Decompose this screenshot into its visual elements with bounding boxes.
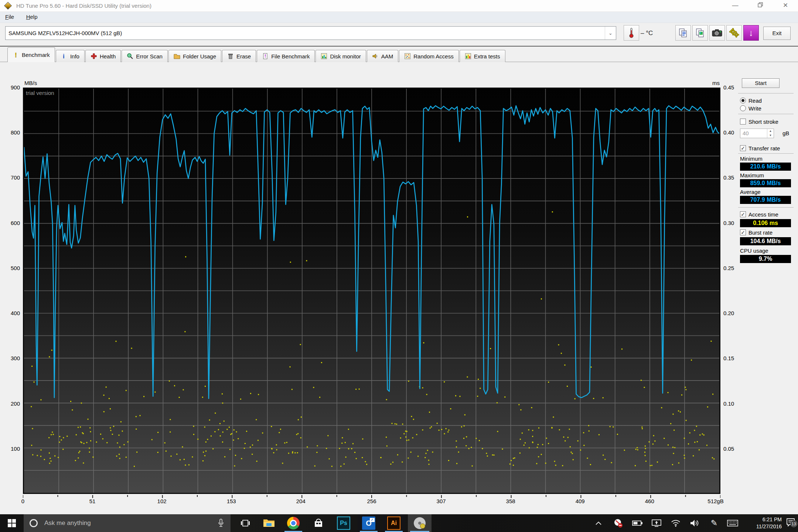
minimum-value: 210.6 MB/s [740, 163, 791, 171]
spinner-arrows[interactable]: ▲▼ [767, 129, 774, 138]
access-time-checkbox[interactable]: ✓ [740, 211, 746, 217]
battery-tray-icon[interactable] [629, 514, 646, 532]
hidden-icons-button[interactable] [590, 514, 607, 532]
read-radio[interactable] [740, 98, 746, 103]
tab-benchmark[interactable]: !Benchmark [7, 47, 55, 62]
short-stroke-size-spinner[interactable]: 40 ▲▼ [740, 129, 774, 138]
toolbar: SAMSUNG MZFLV512HCJH-000MV (512 gB) ⌄ – … [0, 23, 798, 46]
benchmark-exclamation-icon: ! [13, 52, 19, 58]
copy-text-icon [678, 28, 688, 38]
gears-icon [729, 28, 739, 38]
photoshop-button[interactable]: Ps [332, 514, 355, 532]
pen-tray-icon[interactable]: ✎ [706, 514, 723, 532]
magnifier-icon [127, 53, 133, 59]
settings-button[interactable] [726, 25, 742, 41]
illustrator-button[interactable]: Ai [383, 514, 405, 532]
restore-button[interactable] [751, 0, 770, 11]
write-radio[interactable] [740, 105, 746, 111]
y2-tick-label: 0.20 [723, 310, 746, 316]
x-tick-label: 512gB [707, 498, 723, 504]
tab-label: Benchmark [22, 52, 50, 58]
tab-aam[interactable]: AAM [367, 50, 399, 62]
health-cross-icon [91, 53, 97, 59]
copy-image-button[interactable] [692, 25, 708, 41]
action-blocked-tray-icon[interactable] [610, 514, 627, 532]
windows-logo-icon [8, 519, 16, 527]
thermometer-icon [628, 27, 634, 38]
tab-disk-monitor[interactable]: Disk monitor [316, 50, 366, 62]
wifi-tray-icon[interactable] [667, 514, 684, 532]
task-view-button[interactable] [236, 514, 255, 532]
x-tick-label: 358 [506, 498, 515, 504]
tab-erase[interactable]: Erase [222, 50, 256, 62]
bar-chart-icon [321, 53, 327, 59]
clock-date: 11/27/2016 [743, 523, 782, 530]
windows-store-button[interactable] [307, 514, 330, 532]
microphone-icon[interactable] [218, 519, 224, 528]
touch-keyboard-tray-icon[interactable] [723, 514, 742, 532]
tab-error-scan[interactable]: Error Scan [122, 50, 168, 62]
taskbar-clock[interactable]: 6:21 PM 11/27/2016 [743, 516, 782, 530]
y-tick-label: 100 [1, 446, 20, 452]
tab-random-access[interactable]: Random Access [399, 50, 458, 62]
transfer-rate-label: Transfer rate [748, 145, 780, 151]
tab-label: File Benchmark [271, 53, 310, 59]
temperature-button[interactable] [624, 25, 639, 41]
speaker-icon [690, 519, 700, 527]
chrome-button[interactable] [282, 514, 304, 532]
short-stroke-checkbox[interactable] [740, 119, 746, 125]
tab-label: Extra tests [474, 53, 500, 59]
action-center-button[interactable]: 13 [783, 514, 798, 532]
display-share-tray-icon[interactable] [648, 514, 665, 532]
maximum-label: Maximum [740, 172, 764, 178]
screenshot-button[interactable] [709, 25, 725, 41]
stroke-unit-label: gB [782, 130, 789, 136]
close-button[interactable]: ✕ [776, 0, 795, 11]
menu-help[interactable]: Help [21, 12, 43, 22]
start-button[interactable]: Start [742, 78, 780, 88]
tab-health[interactable]: Health [85, 50, 121, 62]
toolbar-separator [0, 46, 798, 47]
y-tick-label: 700 [1, 174, 20, 181]
y-tick-label: 500 [1, 265, 20, 271]
exit-button[interactable]: Exit [763, 27, 791, 40]
blocked-bubble-icon [613, 518, 623, 528]
svg-text:!: ! [15, 52, 17, 58]
y-tick-label: 200 [1, 400, 20, 407]
hdtune-app-icon [4, 2, 12, 10]
average-value: 707.9 MB/s [740, 196, 791, 204]
minimize-button[interactable]: — [726, 0, 745, 11]
start-button-taskbar[interactable] [0, 514, 24, 532]
tab-info[interactable]: iInfo [56, 50, 85, 62]
tab-file-benchmark[interactable]: !File Benchmark [257, 50, 315, 62]
menu-file[interactable]: File [0, 12, 19, 22]
volume-tray-icon[interactable] [686, 514, 703, 532]
svg-text:!: ! [265, 54, 266, 59]
x-tick-label: 0 [21, 498, 24, 504]
cortana-search-box[interactable]: Ask me anything [24, 514, 231, 532]
burst-rate-label: Burst rate [748, 229, 773, 236]
display-arrow-icon [652, 519, 661, 527]
drive-selector-dropdown[interactable]: SAMSUNG MZFLV512HCJH-000MV (512 gB) ⌄ [5, 26, 616, 40]
outlook-button[interactable]: O✓ [358, 514, 380, 532]
scatter-icon [404, 53, 411, 59]
tab-folder-usage[interactable]: Folder Usage [168, 50, 221, 62]
hdtune-taskbar-button[interactable] [408, 514, 432, 532]
desktop-screen: HD Tune Pro 5.60 - Hard Disk/SSD Utility… [0, 0, 798, 532]
burst-rate-checkbox[interactable]: ✓ [740, 229, 746, 235]
illustrator-icon: Ai [387, 516, 400, 530]
cpu-usage-label: CPU usage [740, 248, 768, 254]
copy-text-button[interactable] [675, 25, 691, 41]
file-explorer-icon [263, 518, 275, 528]
hdtune-disk-icon [414, 517, 426, 529]
chevron-down-icon[interactable]: ⌄ [605, 27, 616, 40]
tab-label: AAM [381, 53, 393, 59]
transfer-rate-checkbox[interactable]: ✓ [740, 145, 746, 151]
download-button[interactable]: ↓ [743, 25, 759, 41]
file-explorer-button[interactable] [259, 514, 279, 532]
maximum-value: 859.0 MB/s [740, 179, 791, 187]
chrome-icon [287, 517, 300, 529]
restore-icon [758, 2, 763, 7]
tab-strip: !BenchmarkiInfoHealthError ScanFolder Us… [0, 47, 798, 62]
tab-extra-tests[interactable]: Extra tests [460, 50, 505, 62]
